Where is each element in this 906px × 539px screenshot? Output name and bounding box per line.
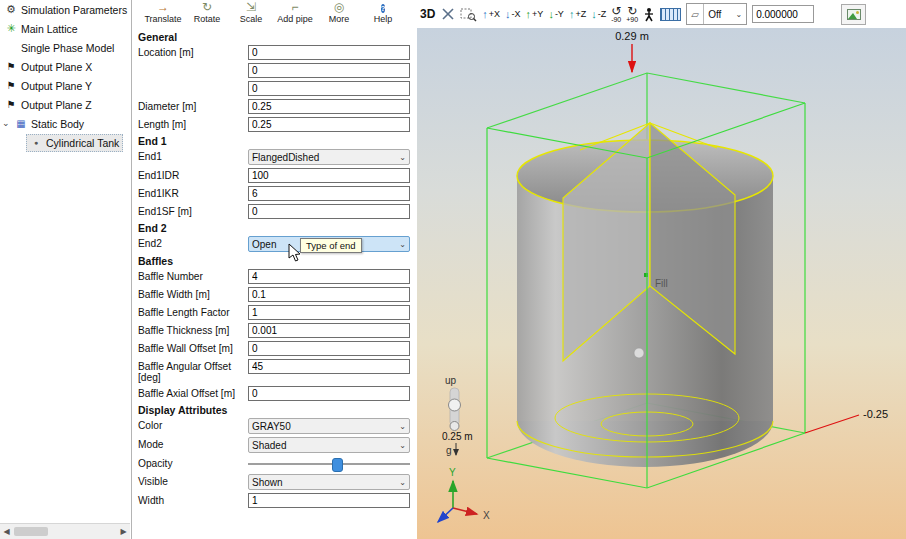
ruler-icon[interactable] xyxy=(660,8,681,21)
scrollbar-thumb[interactable] xyxy=(14,527,48,536)
visible-value: Shown xyxy=(252,477,283,488)
gravity-widget[interactable]: up 0.25 m g xyxy=(442,375,473,456)
tree-item-label: Single Phase Model xyxy=(21,42,114,54)
baffle-angular-offset-input[interactable] xyxy=(248,359,410,374)
tree-item-label: Output Plane X xyxy=(21,61,92,73)
arrow-up-icon: ↑ xyxy=(482,9,488,20)
more-button[interactable]: ◎ More xyxy=(318,1,360,24)
person-view-icon[interactable] xyxy=(643,7,655,22)
clip-value-input[interactable] xyxy=(752,5,814,23)
baffle-wall-offset-input[interactable] xyxy=(248,341,410,356)
baffle-thickness-input[interactable] xyxy=(248,323,410,338)
baffle-number-label: Baffle Number xyxy=(138,269,248,282)
dimension-right-label: -0.25 xyxy=(863,408,888,420)
sidebar-item-output-plane-z[interactable]: ⚑ Output Plane Z xyxy=(0,95,131,114)
viewport-3d: 3D ↑ +X ↓ -X ↑ +Y ↓ -Y ↑ +Z xyxy=(417,0,906,539)
sidebar-item-main-lattice[interactable]: ✳ Main Lattice xyxy=(0,19,131,38)
sidebar-item-output-plane-x[interactable]: ⚑ Output Plane X xyxy=(0,57,131,76)
gravity-slider-knob[interactable] xyxy=(449,399,461,411)
visible-label: Visible xyxy=(138,474,248,487)
scene-canvas[interactable]: Fill 0.29 m -0.25 up xyxy=(417,28,906,539)
baffle-number-input[interactable] xyxy=(248,269,410,284)
add-pipe-button[interactable]: ⌐ Add pipe xyxy=(274,1,316,24)
axis-y-label: Y xyxy=(449,467,456,478)
location-y-input[interactable] xyxy=(248,63,410,78)
sidebar-item-output-plane-y[interactable]: ⚑ Output Plane Y xyxy=(0,76,131,95)
scale-button[interactable]: ⇲ Scale xyxy=(230,1,272,24)
translate-button[interactable]: → Translate xyxy=(142,1,184,24)
view-button-label: -Z xyxy=(598,9,607,19)
view-plus-z-button[interactable]: ↑ +Z xyxy=(569,9,586,20)
baffle-length-factor-input[interactable] xyxy=(248,305,410,320)
axis-triad: Y X xyxy=(438,467,490,522)
axes-toggle-icon[interactable] xyxy=(441,7,455,21)
tank-properties-form: General Location [m] Diameter [m] Length… xyxy=(132,27,417,508)
baffle-axial-offset-input[interactable] xyxy=(248,386,410,401)
view-plus-x-button[interactable]: ↑ +X xyxy=(482,9,500,20)
scroll-right-arrow[interactable]: ▶ xyxy=(118,526,129,537)
baffle-axial-offset-label: Baffle Axial Offset [m] xyxy=(138,386,248,399)
mode-select[interactable]: Shaded ⌄ xyxy=(248,437,410,453)
tree-item-label: Main Lattice xyxy=(21,23,78,35)
end1-select[interactable]: FlangedDished ⌄ xyxy=(248,149,410,165)
snapshot-button[interactable] xyxy=(841,4,866,25)
sidebar-horizontal-scrollbar[interactable]: ◀ ▶ xyxy=(0,523,130,539)
clip-plane-select[interactable]: Off ⌄ xyxy=(703,4,746,24)
rotate-cw-button[interactable]: ↻ +90 xyxy=(626,6,638,23)
scroll-left-arrow[interactable]: ◀ xyxy=(1,526,12,537)
rotate-ccw-button[interactable]: ↺ -90 xyxy=(611,6,621,23)
location-fields xyxy=(248,45,410,96)
sidebar-item-static-body[interactable]: ⌄ ▦ Static Body xyxy=(0,114,131,133)
chevron-down-icon: ⌄ xyxy=(735,10,742,19)
dimension-top: 0.29 m xyxy=(615,30,649,72)
translate-label: Translate xyxy=(144,14,181,24)
opacity-slider[interactable] xyxy=(248,456,410,471)
chevron-down-icon: ⌄ xyxy=(399,240,406,249)
tree-item-label: Cylindrical Tank xyxy=(46,137,119,149)
help-label: Help xyxy=(374,14,393,24)
sidebar-item-simulation-parameters[interactable]: ⚙ Simulation Parameters xyxy=(0,0,131,19)
end1idr-input[interactable] xyxy=(248,168,410,183)
location-z-input[interactable] xyxy=(248,81,410,96)
rotate-cw-icon: ↻ xyxy=(627,6,637,16)
flag-icon: ⚑ xyxy=(5,62,17,72)
location-x-input[interactable] xyxy=(248,45,410,60)
rotate-button[interactable]: ↻ Rotate xyxy=(186,1,228,24)
model-tree-sidebar: ⚙ Simulation Parameters ✳ Main Lattice S… xyxy=(0,0,132,539)
visible-select[interactable]: Shown ⌄ xyxy=(248,474,410,490)
arrow-down-icon: ↓ xyxy=(591,9,597,20)
clip-plane-group: ▱ Off ⌄ xyxy=(686,3,747,25)
sidebar-item-cylindrical-tank[interactable]: ● Cylindrical Tank xyxy=(0,133,131,152)
flag-icon: ⚑ xyxy=(5,81,17,91)
end2-label: End2 xyxy=(138,236,248,249)
scene-3d[interactable]: Fill 0.29 m -0.25 up xyxy=(417,28,906,539)
length-input[interactable] xyxy=(248,117,410,132)
arrow-up-icon: ↑ xyxy=(526,9,532,20)
gravity-slider-knob-small[interactable] xyxy=(450,422,459,431)
baffle-width-input[interactable] xyxy=(248,287,410,302)
more-icon: ◎ xyxy=(334,1,344,14)
view-button-label: +Z xyxy=(575,9,586,19)
view-minus-y-button[interactable]: ↓ -Y xyxy=(548,9,564,20)
sidebar-item-single-phase-model[interactable]: Single Phase Model xyxy=(0,38,131,57)
view-minus-x-button[interactable]: ↓ -X xyxy=(505,9,521,20)
chevron-down-icon[interactable]: ⌄ xyxy=(2,119,11,128)
edit-toolbar: → Translate ↻ Rotate ⇲ Scale ⌐ Add pipe … xyxy=(132,0,417,27)
end1ikr-input[interactable] xyxy=(248,186,410,201)
view-plus-y-button[interactable]: ↑ +Y xyxy=(526,9,544,20)
clip-plane-icon[interactable]: ▱ xyxy=(687,9,703,20)
end1-label: End1 xyxy=(138,149,248,162)
end1sf-input[interactable] xyxy=(248,204,410,219)
opacity-slider-thumb[interactable] xyxy=(332,458,343,472)
view-minus-z-button[interactable]: ↓ -Z xyxy=(591,9,606,20)
chevron-down-icon: ⌄ xyxy=(399,478,406,487)
scale-icon: ⇲ xyxy=(246,1,256,14)
help-button[interactable]: ? Help xyxy=(362,1,404,24)
arrow-down-icon: ↓ xyxy=(505,9,511,20)
viewport-toolbar: 3D ↑ +X ↓ -X ↑ +Y ↓ -Y ↑ +Z xyxy=(417,0,906,28)
color-select[interactable]: GRAY50 ⌄ xyxy=(248,418,410,434)
width-input[interactable] xyxy=(248,493,410,508)
diameter-input[interactable] xyxy=(248,99,410,114)
view-mode-label[interactable]: 3D xyxy=(420,7,435,21)
zoom-region-icon[interactable] xyxy=(460,7,477,22)
